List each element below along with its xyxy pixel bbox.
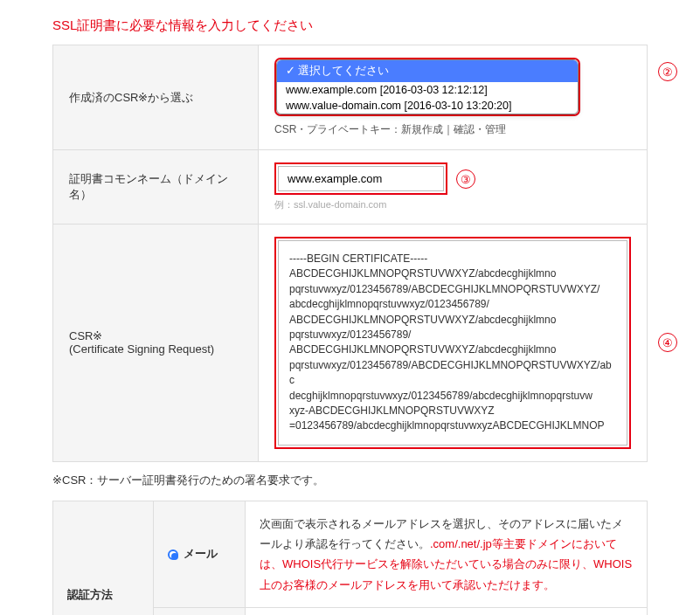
auth-dns-label: DNS — [154, 608, 246, 615]
auth-method-table: 認証方法 メール 次画面で表示されるメールアドレスを選択し、そのアドレスに届いた… — [52, 501, 648, 615]
csr-textarea[interactable]: -----BEGIN CERTIFICATE----- ABCDECGHIJKL… — [278, 240, 627, 446]
csr-select-dropdown[interactable]: 選択してください www.example.com [2016-03-03 12:… — [274, 58, 580, 116]
badge-4: ④ — [658, 333, 677, 352]
dropdown-selected[interactable]: 選択してください — [277, 60, 578, 82]
common-name-label: 証明書コモンネーム（ドメイン名） — [53, 150, 259, 225]
badge-2: ② — [658, 62, 677, 81]
radio-checked-icon — [168, 549, 178, 560]
csr-text-label: CSR※ (Certificate Signing Request) — [53, 225, 259, 462]
csr-note: ※CSR：サーバー証明書発行のための署名要求です。 — [52, 473, 648, 488]
dropdown-option-1[interactable]: www.example.com [2016-03-03 12:12:12] — [277, 82, 578, 98]
form-header: SSL証明書に必要な情報を入力してください — [52, 17, 648, 34]
auth-mail-description: 次画面で表示されるメールアドレスを選択し、そのアドレスに届いたメールより承認を行… — [246, 501, 648, 608]
csr-select-label: 作成済のCSR※から選ぶ — [53, 45, 259, 150]
auth-dns-value: 準備中 — [246, 608, 648, 615]
csr-links-text: CSR・プライベートキー：新規作成｜確認・管理 — [274, 122, 631, 137]
dropdown-option-2[interactable]: www.value-domain.com [2016-03-10 13:20:2… — [277, 98, 578, 114]
badge-3: ③ — [456, 169, 475, 189]
auth-method-label: 認証方法 — [53, 501, 154, 615]
auth-mail-label[interactable]: メール — [154, 501, 246, 608]
common-name-example: 例：ssl.value-domain.com — [274, 198, 631, 211]
ssl-form-table: 作成済のCSR※から選ぶ 選択してください www.example.com [2… — [52, 45, 648, 462]
common-name-input[interactable] — [278, 166, 444, 191]
